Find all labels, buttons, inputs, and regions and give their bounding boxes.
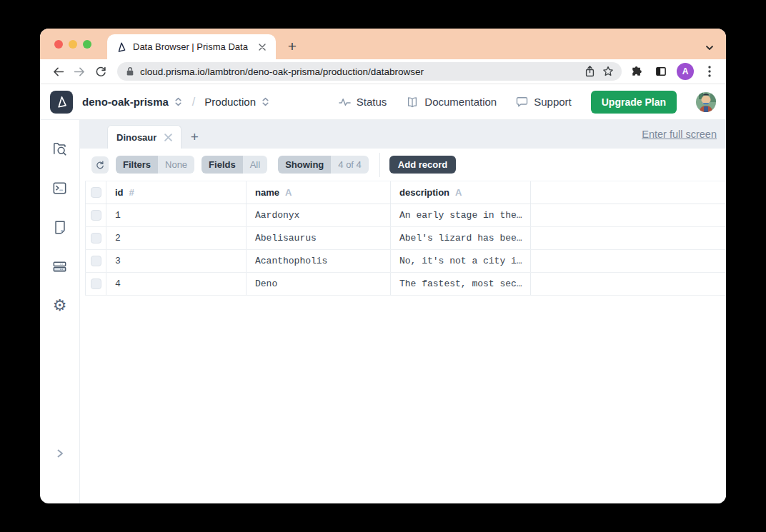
address-bar[interactable]: cloud.prisma.io/lambtron/deno-oak-prisma… <box>117 62 622 81</box>
side-panel-icon[interactable] <box>650 61 672 82</box>
row-checkbox[interactable] <box>91 278 101 289</box>
cell-description[interactable]: An early stage in the… <box>391 204 531 226</box>
sidebar-item-settings[interactable]: ⚙ <box>51 297 69 314</box>
browser-toolbar: cloud.prisma.io/lambtron/deno-oak-prisma… <box>40 59 726 84</box>
browser-tab[interactable]: Data Browser | Prisma Data Pla <box>107 34 276 59</box>
browser-tab-title: Data Browser | Prisma Data Pla <box>133 41 250 52</box>
zoom-window-button[interactable] <box>83 40 91 49</box>
cell-name[interactable]: Abelisaurus <box>247 227 391 249</box>
user-avatar[interactable] <box>696 92 716 112</box>
sidebar-item-schema[interactable] <box>51 219 69 236</box>
refresh-button[interactable] <box>91 156 109 174</box>
filters-label: Filters <box>116 156 158 174</box>
add-model-tab-button[interactable]: + <box>181 125 207 149</box>
column-header-name[interactable]: name A <box>247 181 391 204</box>
select-all-checkbox[interactable] <box>91 187 101 198</box>
column-header-id[interactable]: id # <box>106 181 247 204</box>
filters-value: None <box>158 156 194 174</box>
close-window-button[interactable] <box>54 40 63 49</box>
sidebar-item-databases[interactable] <box>51 258 69 275</box>
table-row[interactable]: 1 Aardonyx An early stage in the… <box>85 204 726 227</box>
close-tab-icon[interactable] <box>256 41 269 54</box>
app-header: deno-oak-prisma / Production Status Docu… <box>40 84 726 120</box>
enter-full-screen-link[interactable]: Enter full screen <box>642 129 717 140</box>
table-row[interactable]: 3 Acanthopholis No, it's not a city i… <box>85 250 726 273</box>
cell-name[interactable]: Deno <box>247 273 391 295</box>
minimize-window-button[interactable] <box>69 40 77 49</box>
column-header-description[interactable]: description A <box>391 181 531 204</box>
pulse-icon <box>339 97 351 107</box>
row-checkbox[interactable] <box>91 233 101 244</box>
chevron-right-icon <box>55 448 65 459</box>
kebab-menu-icon[interactable] <box>699 61 720 82</box>
refresh-icon <box>95 160 105 170</box>
browser-window: Data Browser | Prisma Data Pla + cloud.p… <box>40 29 726 503</box>
cell-name[interactable]: Acanthopholis <box>247 250 391 272</box>
tab-strip: Data Browser | Prisma Data Pla + <box>40 29 726 59</box>
row-checkbox[interactable] <box>91 256 101 266</box>
fields-value: All <box>243 156 267 174</box>
main-area: ⚙ Dinosaur + Enter full screen <box>40 120 726 503</box>
sidebar-item-data-browser[interactable] <box>51 140 69 157</box>
tab-search-chevron-icon[interactable] <box>705 44 715 52</box>
fields-control[interactable]: Fields All <box>202 156 267 174</box>
lock-icon <box>126 66 134 76</box>
bookmark-star-icon[interactable] <box>602 65 615 78</box>
cell-description[interactable]: Abel's lizard has bee… <box>391 227 531 249</box>
terminal-console-icon <box>51 180 68 196</box>
toolbar-divider <box>379 153 380 177</box>
cell-description[interactable]: The fastest, most sec… <box>391 273 531 295</box>
cell-id[interactable]: 3 <box>106 250 247 272</box>
cell-id[interactable]: 1 <box>106 204 247 226</box>
showing-control[interactable]: Showing 4 of 4 <box>278 156 369 174</box>
cell-name[interactable]: Aardonyx <box>247 204 391 226</box>
close-tab-icon[interactable] <box>164 134 172 141</box>
model-tabs-bar: Dinosaur + Enter full screen <box>80 120 726 149</box>
upgrade-plan-button[interactable]: Upgrade Plan <box>591 91 677 114</box>
support-link[interactable]: Support <box>516 96 572 108</box>
book-icon <box>406 96 419 108</box>
forward-button[interactable] <box>69 61 90 82</box>
sidebar-item-query-console[interactable] <box>51 179 69 196</box>
project-name: deno-oak-prisma <box>82 96 169 108</box>
breadcrumb-separator: / <box>192 96 195 109</box>
environment-switcher[interactable]: Production <box>204 96 270 108</box>
cell-id[interactable]: 4 <box>106 273 247 295</box>
cell-description[interactable]: No, it's not a city i… <box>391 250 531 272</box>
database-servers-icon <box>51 259 68 275</box>
cell-id[interactable]: 2 <box>106 227 247 249</box>
status-link[interactable]: Status <box>339 96 387 108</box>
select-chevrons-icon <box>174 96 183 107</box>
reload-button[interactable] <box>90 61 111 82</box>
prisma-logo <box>50 91 73 114</box>
new-tab-button[interactable]: + <box>282 36 303 57</box>
document-icon <box>52 219 68 236</box>
browser-actions: A <box>626 61 720 82</box>
header-nav: Status Documentation Support Upgrade Pla… <box>339 91 716 114</box>
table-row[interactable]: 2 Abelisaurus Abel's lizard has bee… <box>85 227 726 250</box>
sidebar-expand-button[interactable] <box>51 445 69 462</box>
documentation-link[interactable]: Documentation <box>406 96 497 108</box>
tab-dinosaur[interactable]: Dinosaur <box>107 125 181 149</box>
share-icon[interactable] <box>584 65 596 78</box>
back-button[interactable] <box>47 61 69 82</box>
extensions-puzzle-icon[interactable] <box>626 61 647 82</box>
showing-label: Showing <box>278 156 331 174</box>
window-controls <box>40 29 107 59</box>
data-grid: id # name A description A 1 Aardony <box>85 181 726 296</box>
add-record-button[interactable]: Add record <box>389 156 456 174</box>
project-switcher[interactable]: deno-oak-prisma <box>82 96 183 108</box>
url-text: cloud.prisma.io/lambtron/deno-oak-prisma… <box>140 66 578 77</box>
settings-gear-icon: ⚙ <box>53 298 67 313</box>
filters-control[interactable]: Filters None <box>116 156 194 174</box>
empty-canvas <box>80 296 726 503</box>
prisma-favicon-icon <box>116 41 127 53</box>
left-sidebar: ⚙ <box>40 120 80 503</box>
table-row[interactable]: 4 Deno The fastest, most sec… <box>85 273 726 296</box>
chat-bubble-icon <box>516 96 528 108</box>
int-type-icon: # <box>129 187 134 198</box>
select-all-cell[interactable] <box>85 181 106 204</box>
browser-profile-avatar[interactable]: A <box>675 61 696 82</box>
string-type-icon: A <box>455 187 462 198</box>
row-checkbox[interactable] <box>91 210 101 221</box>
